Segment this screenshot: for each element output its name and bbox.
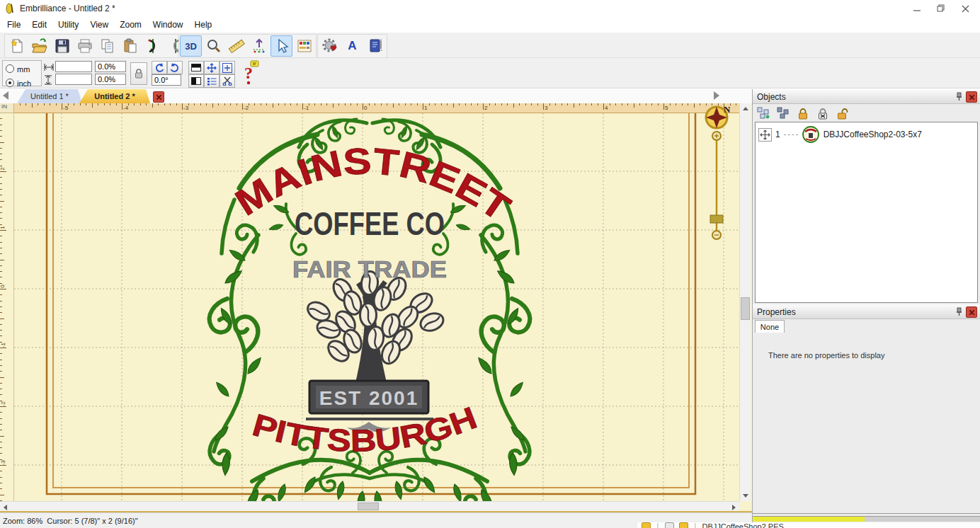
copy-button[interactable]	[96, 35, 118, 57]
aspect-lock-button[interactable]	[130, 62, 147, 85]
design-tool-group: A	[317, 34, 387, 58]
horizontal-scroll-thumb[interactable]	[358, 503, 379, 510]
menu-item-window[interactable]: Window	[147, 18, 189, 31]
properties-panel-header: Properties	[753, 304, 980, 319]
color-film-button[interactable]	[188, 61, 204, 74]
file-tool-group	[4, 34, 188, 58]
embroidery-design[interactable]: EST 2001 MAINSTREET COFFEE CO FAIR TRADE…	[14, 113, 739, 501]
3d-view-button[interactable]: 3D	[180, 35, 202, 57]
new-document-button[interactable]	[6, 35, 28, 57]
est-text: EST 2001	[319, 387, 419, 409]
object-label: DBJJCoffeeShop2-03-5x7	[824, 130, 922, 139]
transform-toolbar: mm inch ?	[0, 58, 980, 88]
fair-trade-text: FAIR TRADE	[292, 256, 447, 282]
trim-scissors-button[interactable]	[220, 74, 235, 88]
help-icon[interactable]: ?	[242, 60, 259, 86]
hide-lock-icon[interactable]	[815, 106, 831, 120]
restore-button[interactable]	[929, 1, 953, 16]
zoom-tool-button[interactable]	[203, 35, 224, 57]
properties-panel-title: Properties	[757, 307, 796, 317]
select-pointer-button[interactable]	[270, 35, 292, 57]
menu-item-view[interactable]: View	[84, 18, 114, 31]
tab-untitled-2-label: Untitled 2 *	[94, 92, 135, 101]
vertical-ruler: 210-1-2-3	[0, 113, 14, 503]
scroll-right-icon[interactable]	[732, 505, 736, 510]
group-icon[interactable]	[756, 106, 771, 120]
lettering-a-label: A	[348, 39, 356, 53]
app-logo-icon	[4, 3, 16, 14]
pin-icon[interactable]	[955, 92, 963, 101]
height-percent-input[interactable]	[95, 74, 126, 85]
pin-icon[interactable]	[955, 307, 963, 316]
scroll-up-icon[interactable]	[743, 107, 748, 110]
rotate-right-button[interactable]	[167, 61, 183, 74]
canvas-overlay-controls: N	[695, 103, 738, 245]
merge-design-button[interactable]	[319, 35, 341, 57]
tab-untitled-2[interactable]: Untitled 2 *	[79, 89, 150, 103]
folder-icon[interactable]	[679, 522, 688, 528]
design-notes-button[interactable]	[364, 35, 386, 57]
vertical-scrollbar[interactable]	[739, 103, 751, 501]
paste-button[interactable]	[119, 35, 141, 57]
stitch-points-button[interactable]	[248, 35, 270, 57]
rotate-left-button[interactable]	[152, 61, 167, 74]
view-tool-group: 3D	[178, 34, 317, 58]
loaded-filename: DBJJCoffeeShop2.PES	[702, 522, 783, 528]
scroll-down-icon[interactable]	[743, 494, 748, 498]
mm-radio[interactable]	[6, 64, 14, 73]
zoom-slider-handle[interactable]	[710, 215, 723, 223]
design-canvas-area: IN -5-4-3-2-1012345 210-1-2-3	[0, 103, 752, 512]
title-bar: Embrilliance - Untitled 2 *	[0, 0, 980, 17]
objects-close-icon[interactable]	[966, 91, 977, 103]
folder-icon[interactable]	[642, 522, 651, 528]
scroll-left-icon[interactable]	[4, 505, 7, 510]
tab-close-button[interactable]	[153, 91, 164, 103]
angle-input[interactable]	[152, 74, 181, 86]
print-button[interactable]	[74, 35, 96, 57]
unlock-icon[interactable]	[835, 106, 850, 120]
document-icon[interactable]	[665, 522, 674, 528]
close-button[interactable]	[953, 1, 977, 16]
lock-icon[interactable]	[795, 106, 811, 120]
unit-mm-option[interactable]: mm	[6, 62, 41, 75]
connector-line	[784, 134, 798, 135]
status-text: Zoom: 86% Cursor: 5 (7/8)" x 2 (9/16)"	[3, 517, 138, 525]
properties-tab-none[interactable]: None	[755, 320, 785, 333]
menu-item-file[interactable]: File	[1, 18, 26, 31]
unit-inch-option[interactable]: inch	[6, 76, 41, 89]
object-properties-button[interactable]	[293, 35, 315, 57]
contrast-button[interactable]	[188, 74, 204, 88]
minimize-button[interactable]	[905, 1, 929, 16]
ungroup-icon[interactable]	[775, 106, 791, 120]
move-handle-icon[interactable]	[758, 128, 772, 142]
tab-scroll-left-icon[interactable]	[3, 91, 8, 100]
flip-horizontal-button[interactable]	[142, 35, 164, 57]
menu-item-zoom[interactable]: Zoom	[114, 18, 147, 31]
horizontal-scrollbar[interactable]	[0, 501, 739, 511]
width-input[interactable]	[55, 61, 92, 72]
object-list-item[interactable]: 1 DBJJCoffeeShop2-03-5x7	[758, 125, 922, 144]
stitch-order-button[interactable]	[204, 74, 220, 88]
menu-item-edit[interactable]: Edit	[26, 18, 52, 31]
tab-scroll-right-icon[interactable]	[714, 91, 719, 100]
move-design-button[interactable]	[204, 61, 220, 74]
embrilliance-window: Embrilliance - Untitled 2 * FileEditUtil…	[0, 0, 980, 528]
inch-radio[interactable]	[6, 79, 14, 87]
menu-item-help[interactable]: Help	[189, 18, 218, 31]
vertical-scroll-thumb[interactable]	[741, 297, 750, 320]
open-file-button[interactable]	[28, 35, 50, 57]
center-design-button[interactable]	[220, 61, 235, 74]
width-percent-input[interactable]	[95, 61, 126, 72]
save-button[interactable]	[51, 35, 73, 57]
properties-close-icon[interactable]	[966, 306, 977, 318]
tab-untitled-1[interactable]: Untitled 1 *	[17, 89, 82, 103]
properties-empty-message: There are no properties to display	[768, 351, 884, 360]
menu-item-utility[interactable]: Utility	[52, 18, 84, 31]
lettering-button[interactable]: A	[341, 35, 363, 57]
horizontal-ruler: -5-4-3-2-1012345	[14, 103, 739, 113]
measure-tool-button[interactable]	[225, 35, 247, 57]
height-input[interactable]	[55, 74, 92, 85]
tab-untitled-1-label: Untitled 1 *	[30, 92, 69, 101]
svg-text:?: ?	[244, 64, 253, 82]
separator: |	[694, 522, 696, 528]
